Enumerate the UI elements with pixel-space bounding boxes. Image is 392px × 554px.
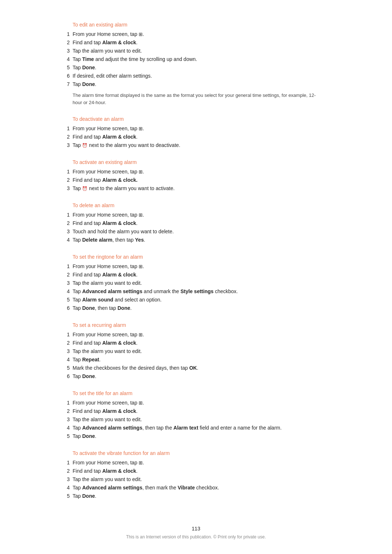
step-text: Find and tap Alarm & clock. bbox=[73, 133, 330, 141]
page-number: 113 bbox=[0, 526, 392, 532]
step-item: 4Tap Advanced alarm settings, then tap t… bbox=[62, 424, 330, 432]
steps-list-delete-alarm: 1From your Home screen, tap .2Find and t… bbox=[62, 211, 330, 244]
step-text: Tap the alarm you want to edit. bbox=[73, 416, 330, 423]
step-text: Tap the alarm you want to edit. bbox=[73, 279, 330, 287]
step-text: Tap Done. bbox=[73, 64, 330, 71]
step-number: 7 bbox=[62, 81, 73, 88]
step-item: 1From your Home screen, tap . bbox=[62, 125, 330, 132]
step-text: Find and tap Alarm & clock. bbox=[73, 39, 330, 46]
step-number: 1 bbox=[62, 211, 73, 219]
step-item: 1From your Home screen, tap . bbox=[62, 399, 330, 407]
step-number: 3 bbox=[62, 348, 73, 355]
step-number: 3 bbox=[62, 185, 73, 192]
step-item: 3Tap the alarm you want to edit. bbox=[62, 476, 330, 483]
step-item: 6If desired, edit other alarm settings. bbox=[62, 72, 330, 80]
step-item: 2Find and tap Alarm & clock. bbox=[62, 133, 330, 141]
step-number: 1 bbox=[62, 168, 73, 176]
section-title-ringtone-alarm: To set the ringtone for an alarm bbox=[73, 254, 330, 260]
step-number: 3 bbox=[62, 228, 73, 235]
step-number: 2 bbox=[62, 133, 73, 141]
step-item: 6Tap Done. bbox=[62, 373, 330, 380]
step-text: From your Home screen, tap . bbox=[73, 30, 330, 38]
section-title-recurring-alarm: To set a recurring alarm bbox=[73, 322, 330, 328]
step-text: Tap the alarm you want to edit. bbox=[73, 476, 330, 483]
step-text: Tap Delete alarm, then tap Yes. bbox=[73, 236, 330, 244]
step-item: 4Tap Time and adjust the time by scrolli… bbox=[62, 56, 330, 63]
step-text: Find and tap Alarm & clock. bbox=[73, 407, 330, 415]
step-number: 1 bbox=[62, 263, 73, 270]
section-vibrate-alarm: To activate the vibrate function for an … bbox=[62, 450, 330, 500]
step-number: 2 bbox=[62, 176, 73, 184]
step-text: Tap Done. bbox=[73, 492, 330, 500]
step-text: Tap the alarm you want to edit. bbox=[73, 348, 330, 355]
step-item: 1From your Home screen, tap . bbox=[62, 211, 330, 219]
step-item: 5Tap Done. bbox=[62, 492, 330, 500]
step-text: Tap Done. bbox=[73, 432, 330, 440]
step-text: Tap next to the alarm you want to activa… bbox=[73, 185, 330, 192]
step-item: 2Find and tap Alarm & clock. bbox=[62, 271, 330, 279]
step-text: Find and tap Alarm & clock. bbox=[73, 219, 330, 227]
step-number: 3 bbox=[62, 476, 73, 483]
step-text: From your Home screen, tap . bbox=[73, 168, 330, 176]
step-text: Tap Advanced alarm settings, then mark t… bbox=[73, 484, 330, 492]
step-item: 2Find and tap Alarm & clock. bbox=[62, 176, 330, 184]
step-number: 3 bbox=[62, 279, 73, 287]
step-text: Tap the alarm you want to edit. bbox=[73, 47, 330, 55]
step-number: 4 bbox=[62, 56, 73, 63]
page: To edit an existing alarm1From your Home… bbox=[0, 0, 392, 554]
step-text: Find and tap Alarm & clock. bbox=[73, 467, 330, 475]
step-number: 5 bbox=[62, 296, 73, 304]
step-number: 5 bbox=[62, 432, 73, 440]
step-text: Tap Time and adjust the time by scrollin… bbox=[73, 56, 330, 63]
step-item: 6Tap Done, then tap Done. bbox=[62, 304, 330, 312]
step-text: Find and tap Alarm & clock. bbox=[73, 271, 330, 279]
section-note: The alarm time format displayed is the s… bbox=[73, 92, 319, 106]
steps-list-activate-alarm: 1From your Home screen, tap .2Find and t… bbox=[62, 168, 330, 192]
step-text: Tap next to the alarm you want to deacti… bbox=[73, 141, 330, 149]
step-item: 4Tap Repeat. bbox=[62, 356, 330, 364]
section-activate-alarm: To activate an existing alarm1From your … bbox=[62, 159, 330, 192]
step-number: 2 bbox=[62, 339, 73, 347]
step-number: 1 bbox=[62, 331, 73, 338]
step-item: 5Tap Alarm sound and select an option. bbox=[62, 296, 330, 304]
step-item: 3Tap the alarm you want to edit. bbox=[62, 47, 330, 55]
step-text: Find and tap Alarm & clock. bbox=[73, 339, 330, 347]
step-item: 1From your Home screen, tap . bbox=[62, 331, 330, 338]
step-text: Tap Done, then tap Done. bbox=[73, 304, 330, 312]
step-number: 2 bbox=[62, 407, 73, 415]
section-title-deactivate-alarm: To deactivate an alarm bbox=[73, 116, 330, 122]
step-number: 5 bbox=[62, 364, 73, 372]
step-number: 2 bbox=[62, 467, 73, 475]
section-deactivate-alarm: To deactivate an alarm1From your Home sc… bbox=[62, 116, 330, 149]
step-item: 1From your Home screen, tap . bbox=[62, 168, 330, 176]
step-text: From your Home screen, tap . bbox=[73, 263, 330, 270]
section-delete-alarm: To delete an alarm1From your Home screen… bbox=[62, 202, 330, 244]
step-number: 5 bbox=[62, 64, 73, 71]
section-title-edit-alarm: To edit an existing alarm bbox=[73, 22, 330, 28]
step-item: 3Touch and hold the alarm you want to de… bbox=[62, 228, 330, 235]
step-text: Find and tap Alarm & clock. bbox=[73, 176, 330, 184]
step-number: 4 bbox=[62, 484, 73, 492]
step-item: 2Find and tap Alarm & clock. bbox=[62, 339, 330, 347]
step-number: 4 bbox=[62, 236, 73, 244]
step-text: Tap Alarm sound and select an option. bbox=[73, 296, 330, 304]
step-text: Touch and hold the alarm you want to del… bbox=[73, 228, 330, 235]
section-edit-alarm: To edit an existing alarm1From your Home… bbox=[62, 22, 330, 106]
section-title-title-alarm: To set the title for an alarm bbox=[73, 390, 330, 396]
section-ringtone-alarm: To set the ringtone for an alarm1From yo… bbox=[62, 254, 330, 312]
step-number: 1 bbox=[62, 399, 73, 407]
step-item: 5Mark the checkboxes for the desired day… bbox=[62, 364, 330, 372]
section-title-activate-alarm: To activate an existing alarm bbox=[73, 159, 330, 165]
step-item: 3Tap the alarm you want to edit. bbox=[62, 348, 330, 355]
step-text: Tap Advanced alarm settings, then tap th… bbox=[73, 424, 330, 432]
step-item: 1From your Home screen, tap . bbox=[62, 459, 330, 467]
step-number: 2 bbox=[62, 271, 73, 279]
footer-note: This is an Internet version of this publ… bbox=[0, 534, 392, 539]
step-text: From your Home screen, tap . bbox=[73, 125, 330, 132]
step-text: From your Home screen, tap . bbox=[73, 211, 330, 219]
step-text: Tap Done. bbox=[73, 81, 330, 88]
step-item: 5Tap Done. bbox=[62, 432, 330, 440]
step-item: 2Find and tap Alarm & clock. bbox=[62, 407, 330, 415]
step-item: 2Find and tap Alarm & clock. bbox=[62, 39, 330, 46]
page-footer: 113 This is an Internet version of this … bbox=[0, 526, 392, 539]
